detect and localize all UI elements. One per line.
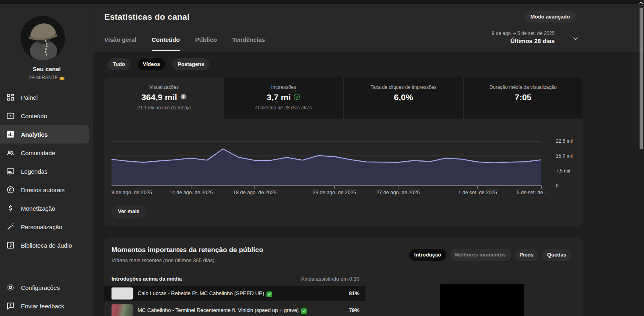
retention-percentage: 79% [349, 303, 359, 316]
see-more-button[interactable]: Ver mais [111, 205, 146, 218]
retention-chips: IntroduçãoMelhores momentosPicosQuedas [409, 249, 572, 261]
retention-subtitle: Vídeos mais recentes (nos últimos 365 di… [111, 257, 215, 263]
copyright-icon [6, 185, 15, 194]
x-axis-label: 5 de set. de ... [517, 190, 549, 195]
y-axis-label: 15,0 mil [556, 153, 573, 159]
sidebar-item-analytics[interactable]: Analytics [0, 125, 89, 144]
x-axis-label: 18 de ago. de 2025 [233, 190, 277, 195]
sidebar-item-label: Comunidade [21, 150, 55, 156]
metric-cards: Visualizações364,9 mil21,1 mil abaixo da… [104, 77, 582, 119]
sidebar-menu: PainelConteúdoAnalyticsComunidadeLegenda… [0, 88, 93, 254]
sidebar-item-biblioteca-de-audio[interactable]: Biblioteca de áudio [0, 236, 93, 254]
customization-icon [6, 222, 15, 231]
sidebar-item-conteudo[interactable]: Conteúdo [0, 107, 93, 125]
metric-note: O mesmo de 28 dias atrás [224, 105, 343, 111]
retention-title: Momentos importantes da retenção de públ… [111, 246, 263, 254]
retention-chip-melhores-momentos[interactable]: Melhores momentos [450, 249, 511, 261]
retention-video-player[interactable] [440, 284, 524, 316]
sidebar-item-label: Monetização [21, 205, 55, 212]
chart-canvas: 9 de ago. de 202514 de ago. de 202518 de… [111, 133, 550, 196]
page-title: Estatísticas do canal [104, 12, 190, 22]
metric-card-duracao-media-da-visualizacao[interactable]: Duração média da visualização7:05 [463, 77, 582, 119]
y-axis-label: 7,5 mil [556, 168, 570, 174]
filter-chip-tudo[interactable]: Tudo [107, 58, 130, 70]
metric-card-impressoes[interactable]: Impressões3,7 miO mesmo de 28 dias atrás [224, 77, 343, 119]
retention-table-rows: Caio Luccas - Rebelde Ft. MC Cabelinho (… [104, 286, 365, 316]
retention-chip-introducao[interactable]: Introdução [409, 249, 446, 261]
sidebar-item-label: Painel [21, 94, 38, 101]
tab-publico[interactable]: Público [195, 36, 217, 51]
metric-note: 21,1 mil abaixo da média [104, 105, 224, 111]
analytics-tabs: Visão geralConteúdoPúblicoTendências [104, 36, 280, 51]
sidebar-item-monetizacao[interactable]: Monetização [0, 199, 93, 218]
check-circle-icon [293, 92, 300, 102]
video-title: Caio Luccas - Rebelde Ft. MC Cabelinho (… [138, 286, 272, 301]
tab-tendencias[interactable]: Tendências [232, 36, 265, 51]
sidebar-item-label: Enviar feedback [21, 303, 64, 310]
sidebar-item-configuracoes[interactable]: Configurações [0, 278, 93, 297]
advanced-mode-button[interactable]: Modo avançado [524, 11, 576, 23]
retention-row-1[interactable]: Caio Luccas - Rebelde Ft. MC Cabelinho (… [104, 286, 365, 301]
window-top-strip [0, 0, 644, 4]
metric-card-visualizacoes[interactable]: Visualizações364,9 mil21,1 mil abaixo da… [104, 77, 224, 119]
x-axis-label: 27 de ago. de 2025 [376, 190, 420, 195]
verified-check-icon: ✓ [266, 291, 272, 297]
metric-label: Impressões [224, 84, 343, 90]
audio-library-icon [6, 241, 15, 250]
sidebar-item-label: Legendas [21, 168, 47, 175]
sidebar-item-painel[interactable]: Painel [0, 88, 93, 107]
date-range-text: 9 de ago. – 5 de set. de 2025 [492, 31, 555, 36]
metric-label: Visualizações [104, 84, 224, 90]
metric-value: 364,9 mil [104, 92, 224, 102]
retention-row-2[interactable]: MC Cabelinho - Terminei Recentemente ft.… [104, 303, 365, 316]
retention-chip-picos[interactable]: Picos [514, 249, 539, 261]
avatar[interactable] [21, 16, 65, 60]
sidebar-item-legendas[interactable]: Legendas [0, 162, 93, 181]
chevron-down-icon[interactable] [572, 35, 580, 43]
metric-value: 3,7 mi [224, 92, 343, 102]
filter-chip-videos[interactable]: Vídeos [138, 58, 165, 70]
sidebar-item-label: Analytics [21, 131, 48, 138]
metric-value: 6,0% [344, 92, 463, 102]
metric-label: Duração média da visualização [464, 84, 582, 90]
sidebar-item-personalizacao[interactable]: Personalização [0, 218, 93, 236]
y-axis-label: 22,5 mil [556, 138, 573, 144]
analytics-icon [6, 130, 15, 139]
metric-card-taxa-de-cliques-de-impressoes[interactable]: Taxa de cliques de impressões6,0% [343, 77, 463, 119]
sidebar-item-enviar-feedback[interactable]: Enviar feedback [0, 297, 93, 315]
youtube-studio-analytics-page: Seu canal 2R MIRANTE PainelConteúdoAnaly… [0, 0, 644, 316]
x-axis-label: 1 de set. de 2025 [458, 190, 497, 195]
scrollbar-thumb[interactable] [640, 8, 643, 149]
tab-visao-geral[interactable]: Visão geral [104, 36, 136, 51]
video-title: MC Cabelinho - Terminei Recentemente ft.… [138, 303, 307, 316]
sidebar-item-label: Direitos autorais [21, 187, 64, 193]
dashboard-icon [6, 93, 15, 102]
x-axis-label: 9 de ago. de 2025 [111, 190, 152, 195]
date-range-selector[interactable]: 9 de ago. – 5 de set. de 2025 Últimos 28… [492, 31, 555, 44]
channel-handle: 2R MIRANTE [0, 75, 93, 80]
sidebar-item-label: Personalização [21, 224, 62, 230]
community-icon [6, 148, 15, 157]
x-axis-label: 23 de ago. de 2025 [313, 190, 356, 195]
retention-chip-quedas[interactable]: Quedas [542, 249, 572, 261]
down-arrow-circle-icon [180, 92, 187, 102]
analytics-overview-card: Visualizações364,9 mil21,1 mil abaixo da… [104, 77, 582, 227]
verified-check-icon: ✓ [301, 308, 307, 314]
filter-chip-postagens[interactable]: Postagens [172, 58, 209, 70]
video-thumbnail [111, 287, 133, 300]
subtitles-icon [6, 167, 15, 176]
y-axis-label: 0 [556, 183, 559, 189]
sidebar-item-label: Configurações [21, 284, 60, 291]
sidebar-item-comunidade[interactable]: Comunidade [0, 144, 93, 162]
retention-table-header: Introduções acima da média Ainda assisti… [104, 276, 365, 285]
metric-value: 7:05 [464, 92, 582, 102]
views-area-chart: 9 de ago. de 202514 de ago. de 202518 de… [111, 133, 550, 196]
date-range-preset: Últimos 28 dias [492, 37, 555, 44]
tab-conteudo[interactable]: Conteúdo [152, 36, 180, 51]
sidebar-item-direitos-autorais[interactable]: Direitos autorais [0, 181, 93, 199]
feedback-icon [6, 302, 15, 310]
sidebar: Seu canal 2R MIRANTE PainelConteúdoAnaly… [0, 4, 93, 316]
sidebar-item-label: Biblioteca de áudio [21, 242, 72, 249]
scrollbar-up-icon[interactable] [638, 0, 644, 4]
retention-card: Momentos importantes da retenção de públ… [104, 237, 582, 316]
